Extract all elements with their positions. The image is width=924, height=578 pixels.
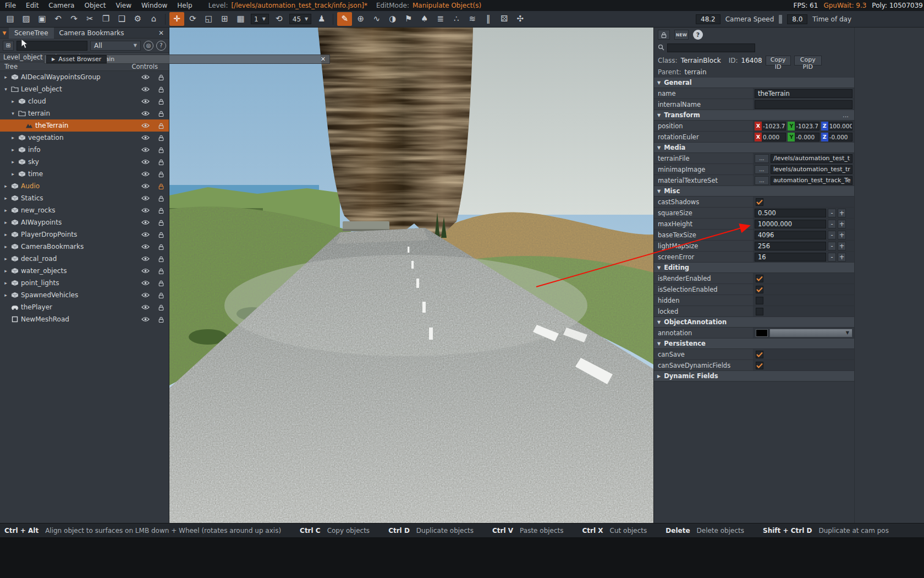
menu-window[interactable]: Window xyxy=(136,2,172,9)
tree-item-level-object[interactable]: ▾Level_object xyxy=(0,83,169,95)
visibility-eye-icon[interactable] xyxy=(137,111,153,116)
lock-icon[interactable] xyxy=(153,231,169,238)
tree-item-playerdroppoints[interactable]: ▸PlayerDropPoints xyxy=(0,228,169,241)
tree-item-aidecalwaypointsgroup[interactable]: ▸AIDecalWaypointsGroup xyxy=(0,71,169,83)
lock-icon[interactable] xyxy=(153,195,169,202)
lightmapsize-input[interactable]: 256 xyxy=(755,242,826,250)
visibility-eye-icon[interactable] xyxy=(137,220,153,225)
inspector-search-input[interactable] xyxy=(667,43,755,52)
isselectionenabled-checkbox[interactable] xyxy=(756,286,763,293)
move-tool-icon[interactable]: ✛ xyxy=(169,12,184,26)
snap-bounds-icon[interactable]: ⊞ xyxy=(217,12,232,26)
decrement-button[interactable]: - xyxy=(828,209,836,217)
cansavedynamicfields-checkbox[interactable] xyxy=(756,362,763,369)
tree-item-theterrain[interactable]: theTerrain xyxy=(0,119,169,132)
help-icon[interactable]: ? xyxy=(156,41,166,51)
maxheight-input[interactable]: 10000.000 xyxy=(755,220,826,228)
lock-icon[interactable] xyxy=(153,255,169,263)
open-folder-icon[interactable]: ▨ xyxy=(19,12,34,26)
internalname-input[interactable] xyxy=(755,100,853,109)
filter-funnel-icon[interactable]: ▼ xyxy=(0,30,9,36)
section-options-button[interactable]: ... xyxy=(843,111,851,119)
close-icon[interactable]: ✕ xyxy=(153,29,169,37)
section-header-general[interactable]: ▼General xyxy=(654,78,854,88)
browse-file-button[interactable]: ... xyxy=(755,165,769,174)
tree-item-time[interactable]: ▸time xyxy=(0,168,169,180)
section-header-objectannotation[interactable]: ▼ObjectAnnotation xyxy=(654,317,854,328)
visibility-eye-icon[interactable] xyxy=(137,86,153,92)
tree-item-camerabookmarks[interactable]: ▸CameraBookmarks xyxy=(0,241,169,253)
increment-button[interactable]: + xyxy=(838,209,846,217)
visibility-eye-icon[interactable] xyxy=(137,317,153,322)
chevron-right-icon[interactable]: ▸ xyxy=(2,244,9,249)
menu-object[interactable]: Object xyxy=(79,2,111,9)
lock-icon[interactable] xyxy=(153,183,169,190)
camera-speed-slider[interactable] xyxy=(779,15,782,24)
copy-pid-button[interactable]: Copy PID xyxy=(794,56,822,66)
chevron-right-icon[interactable]: ▸ xyxy=(9,171,16,177)
lock-icon[interactable] xyxy=(153,122,169,129)
chevron-right-icon[interactable]: ▸ xyxy=(2,292,9,298)
increment-button[interactable]: + xyxy=(838,220,846,228)
visibility-eye-icon[interactable] xyxy=(137,159,153,165)
lock-icon[interactable] xyxy=(153,219,169,226)
lock-icon[interactable] xyxy=(153,243,169,250)
section-header-persistence[interactable]: ▼Persistence xyxy=(654,339,854,349)
terrain-flag-icon[interactable]: ⚑ xyxy=(401,12,416,26)
chevron-down-icon[interactable]: ▾ xyxy=(2,86,9,92)
particles-icon[interactable]: ✣ xyxy=(513,12,527,26)
tree-item-audio[interactable]: ▸Audio xyxy=(0,180,169,192)
section-header-media[interactable]: ▼Media xyxy=(654,143,854,153)
menu-help[interactable]: Help xyxy=(172,2,197,9)
decrement-button[interactable]: - xyxy=(828,242,836,250)
menu-edit[interactable]: Edit xyxy=(21,2,43,9)
visibility-eye-icon[interactable] xyxy=(137,99,153,104)
lock-icon[interactable] xyxy=(153,86,169,93)
close-icon[interactable]: ✕ xyxy=(317,56,329,63)
visibility-eye-icon[interactable] xyxy=(137,232,153,237)
chevron-right-icon[interactable]: ▸ xyxy=(2,208,9,213)
cansave-checkbox[interactable] xyxy=(756,351,763,358)
annotation-color-swatch[interactable] xyxy=(756,329,768,337)
axis-y-value[interactable]: -0.000 xyxy=(795,133,819,141)
tree-item-cloud[interactable]: ▸cloud xyxy=(0,95,169,107)
paste-icon[interactable]: ❑ xyxy=(114,12,129,26)
snap-grid-icon[interactable]: ▦ xyxy=(233,12,248,26)
visibility-eye-icon[interactable] xyxy=(137,171,153,177)
terrain-paint-icon[interactable]: ✎ xyxy=(337,12,352,26)
section-header-editing[interactable]: ▼Editing xyxy=(654,263,854,273)
chevron-right-icon[interactable]: ▸ xyxy=(2,280,9,286)
snap-size-dropdown[interactable]: 1▼ xyxy=(251,14,269,24)
forest-tool-icon[interactable]: ♠ xyxy=(417,12,432,26)
squaresize-input[interactable]: 0.500 xyxy=(755,209,826,217)
drop-player-icon[interactable]: ♟ xyxy=(314,12,329,26)
visibility-eye-icon[interactable] xyxy=(137,135,153,140)
chevron-right-icon[interactable]: ▸ xyxy=(9,159,16,165)
tree-search-input[interactable] xyxy=(16,41,87,51)
section-header-dynamic-fields[interactable]: ▶Dynamic Fields xyxy=(654,371,854,381)
browse-file-button[interactable]: ... xyxy=(755,154,769,163)
tree-item-point-lights[interactable]: ▸point_lights xyxy=(0,277,169,289)
chevron-right-icon[interactable]: ▸ xyxy=(2,183,9,189)
tree-item-theplayer[interactable]: thePlayer xyxy=(0,301,169,313)
redo-icon[interactable]: ↷ xyxy=(67,12,81,26)
select-target-icon[interactable]: ◎ xyxy=(144,41,153,51)
tree-item-water-objects[interactable]: ▸water_objects xyxy=(0,265,169,277)
breadcrumb-root[interactable]: Level_object xyxy=(3,53,43,61)
cut-icon[interactable]: ✂ xyxy=(82,12,97,26)
randomize-icon[interactable]: ⚄ xyxy=(497,12,512,26)
tree-item-decal-road[interactable]: ▸decal_road xyxy=(0,253,169,265)
visibility-eye-icon[interactable] xyxy=(137,268,153,274)
tree-item-aiwaypoints[interactable]: ▸AIWaypoints xyxy=(0,216,169,228)
chevron-right-icon[interactable]: ▸ xyxy=(2,232,9,237)
scatter-icon[interactable]: ∴ xyxy=(449,12,464,26)
terrain-smooth-icon[interactable]: ∿ xyxy=(369,12,384,26)
hidden-checkbox[interactable] xyxy=(756,297,763,304)
lock-icon[interactable] xyxy=(153,98,169,105)
lock-icon[interactable] xyxy=(153,74,169,81)
chevron-right-icon[interactable]: ▸ xyxy=(9,147,16,152)
road-tool-icon[interactable]: ‖ xyxy=(481,12,496,26)
tree-item-terrain[interactable]: ▾terrain xyxy=(0,107,169,119)
decrement-button[interactable]: - xyxy=(828,220,836,228)
axis-y-value[interactable]: -1023.7 xyxy=(795,122,819,130)
